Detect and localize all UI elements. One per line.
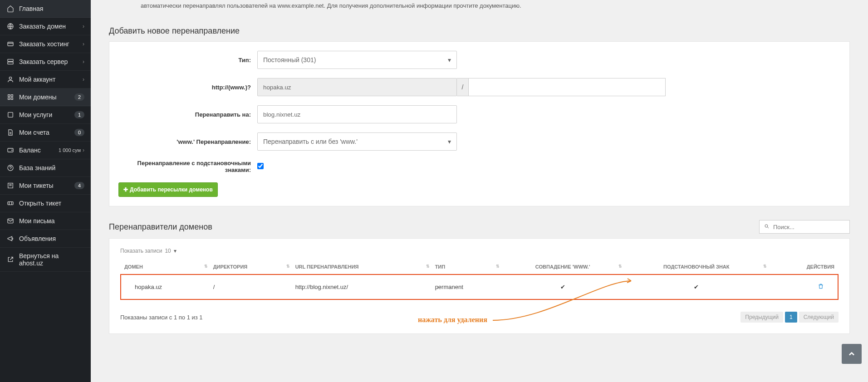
svg-rect-9 xyxy=(8,113,13,118)
show-entries-value[interactable]: 10 xyxy=(165,248,171,254)
description-text: автоматически перенаправлял пользователе… xyxy=(141,0,850,18)
sidebar-item-my-services[interactable]: Мои услуги 1 xyxy=(0,106,91,124)
sidebar-item-balance[interactable]: Баланс 1 000 сум › xyxy=(0,142,91,159)
caret-down-icon: ▾ xyxy=(448,56,451,64)
search-box[interactable] xyxy=(759,220,850,234)
col-directory[interactable]: ДИРЕКТОРИЯ⇅ xyxy=(210,260,292,274)
search-input[interactable] xyxy=(773,224,849,230)
annotation-delete-hint: нажать для удаления xyxy=(418,316,487,324)
svg-rect-7 xyxy=(8,98,10,99)
cell-type: permanent xyxy=(432,274,501,299)
col-type[interactable]: ТИП⇅ xyxy=(432,260,501,274)
open-ticket-icon xyxy=(6,199,15,207)
invoice-icon xyxy=(6,128,15,137)
services-icon xyxy=(6,111,15,119)
chevron-right-icon: › xyxy=(83,41,84,47)
sidebar-item-label: Мои услуги xyxy=(19,111,74,118)
sidebar-item-my-tickets[interactable]: Мои тикеты 4 xyxy=(0,177,91,195)
sidebar-item-label: Открыть тикет xyxy=(19,200,84,207)
type-select-value: Постоянный (301) xyxy=(263,56,448,64)
sidebar-item-order-domain[interactable]: Заказать домен › xyxy=(0,18,91,35)
sidebar-item-label: Объявления xyxy=(19,235,84,242)
add-redirect-button-label: Добавить пересылки доменов xyxy=(130,186,213,193)
search-icon xyxy=(764,223,770,230)
sidebar-item-announcements[interactable]: Объявления xyxy=(0,230,91,248)
caret-down-icon: ▾ xyxy=(448,138,451,145)
www-redirect-label: 'www.' Перенаправление: xyxy=(118,138,257,145)
sidebar-item-label: Баланс xyxy=(19,147,59,154)
col-domain[interactable]: ДОМЕН⇅ xyxy=(121,260,210,274)
www-redirect-select[interactable]: Перенаправить с или без 'www.' ▾ xyxy=(257,132,457,151)
redirectors-table: ДОМЕН⇅ ДИРЕКТОРИЯ⇅ URL ПЕРЕНАПРАВЛЕНИЯ⇅ … xyxy=(120,260,839,300)
caret-down-icon[interactable]: ▾ xyxy=(174,248,177,254)
show-entries: Показать записи 10 ▾ xyxy=(120,245,839,260)
svg-rect-3 xyxy=(8,62,13,64)
balance-amount: 1 000 сум xyxy=(59,147,83,153)
sidebar-item-label: База знаний xyxy=(19,164,84,171)
announce-icon xyxy=(6,235,15,243)
card-icon xyxy=(6,40,15,48)
sidebar-item-label: Мои домены xyxy=(19,93,74,101)
mail-icon xyxy=(6,217,15,225)
check-icon: ✔ xyxy=(560,284,565,290)
chevron-right-icon: › xyxy=(83,147,84,153)
count-badge: 1 xyxy=(74,111,84,118)
sort-icon: ⇅ xyxy=(426,264,430,269)
wildcard-label: Перенаправление с подстановочными знакам… xyxy=(118,160,257,173)
sort-icon: ⇅ xyxy=(763,264,767,269)
type-select[interactable]: Постоянный (301) ▾ xyxy=(257,51,457,69)
scroll-top-button[interactable] xyxy=(842,344,862,364)
sidebar-item-label: Вернуться на ahost.uz xyxy=(19,252,84,267)
svg-point-15 xyxy=(765,225,768,227)
redirect-to-label: Перенаправить на: xyxy=(118,111,257,118)
col-wildcard[interactable]: ПОДСТАНОВОЧНЫЙ ЗНАК⇅ xyxy=(624,260,769,274)
pager-prev[interactable]: Предыдущий xyxy=(740,312,783,323)
sidebar-item-home[interactable]: Главная xyxy=(0,0,91,18)
pager: Предыдущий 1 Следующий xyxy=(740,312,839,323)
sidebar-item-label: Мои тикеты xyxy=(19,182,74,189)
add-redirect-button[interactable]: ✚ Добавить пересылки доменов xyxy=(118,182,218,197)
pager-next[interactable]: Следующий xyxy=(799,312,839,323)
sidebar-item-label: Заказать хостинг xyxy=(19,40,83,48)
sidebar-item-my-domains[interactable]: Мои домены 2 xyxy=(0,88,91,106)
add-redirect-heading: Добавить новое перенаправление xyxy=(109,26,850,36)
sidebar-item-return-site[interactable]: Вернуться на ahost.uz xyxy=(0,248,91,272)
chevron-right-icon: › xyxy=(83,23,84,29)
sidebar-item-label: Заказать домен xyxy=(19,23,83,30)
sidebar-item-my-emails[interactable]: Мои письма xyxy=(0,212,91,230)
svg-point-12 xyxy=(8,165,13,171)
redirect-to-field[interactable] xyxy=(257,105,457,123)
check-icon: ✔ xyxy=(694,284,699,290)
sort-icon: ⇅ xyxy=(618,264,622,269)
sidebar-item-order-hosting[interactable]: Заказать хостинг › xyxy=(0,35,91,53)
col-actions: ДЕЙСТВИЯ xyxy=(769,260,838,274)
count-badge: 0 xyxy=(74,129,84,136)
home-icon xyxy=(6,5,15,13)
sidebar-item-my-invoices[interactable]: Мои счета 0 xyxy=(0,124,91,142)
plus-icon: ✚ xyxy=(123,186,128,193)
chevron-right-icon: › xyxy=(83,59,84,65)
domain-field[interactable] xyxy=(257,78,457,96)
cell-wildcard: ✔ xyxy=(624,274,769,299)
slash-separator: / xyxy=(457,78,469,96)
add-redirect-panel: Тип: Постоянный (301) ▾ http://(www.)? / xyxy=(109,41,850,206)
delete-icon[interactable] xyxy=(818,284,824,291)
help-icon xyxy=(6,164,15,172)
sidebar-item-label: Заказать сервер xyxy=(19,58,83,65)
sidebar-item-open-ticket[interactable]: Открыть тикет xyxy=(0,195,91,212)
col-redirect-url[interactable]: URL ПЕРЕНАПРАВЛЕНИЯ⇅ xyxy=(292,260,432,274)
cell-directory: / xyxy=(210,274,292,299)
svg-rect-5 xyxy=(8,95,10,97)
http-label: http://(www.)? xyxy=(118,84,257,91)
sort-icon: ⇅ xyxy=(286,264,290,269)
sidebar-item-knowledge-base[interactable]: База знаний xyxy=(0,159,91,177)
count-badge: 4 xyxy=(74,182,84,189)
path-field[interactable] xyxy=(469,78,666,96)
svg-point-4 xyxy=(9,77,11,79)
wildcard-checkbox[interactable] xyxy=(257,163,264,169)
col-www-match[interactable]: СОВПАДЕНИЕ 'WWW.'⇅ xyxy=(501,260,624,274)
sidebar-item-my-account[interactable]: Мой аккаунт › xyxy=(0,71,91,88)
pager-page-1[interactable]: 1 xyxy=(785,312,797,323)
sidebar-item-order-server[interactable]: Заказать сервер › xyxy=(0,53,91,71)
sidebar-item-label: Мои счета xyxy=(19,129,74,136)
